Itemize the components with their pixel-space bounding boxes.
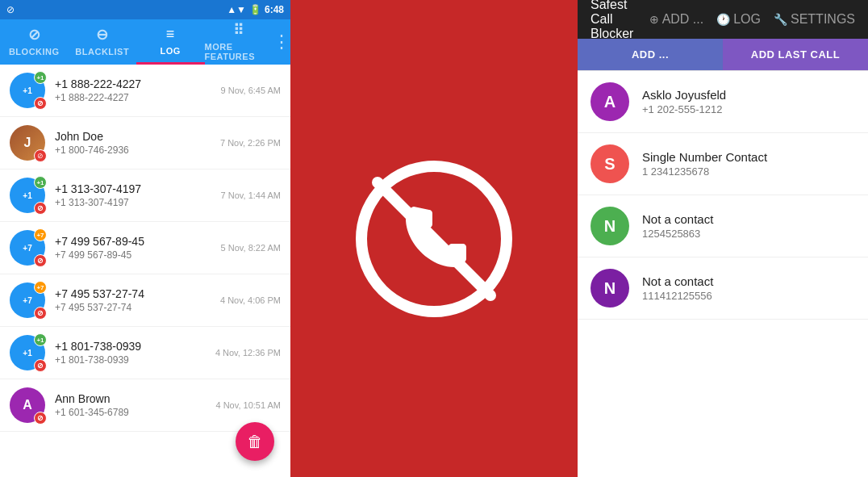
contact-name: Not a contact xyxy=(642,212,855,226)
svg-line-1 xyxy=(378,182,490,295)
time-display: 6:48 xyxy=(265,4,284,15)
contact-avatar: N xyxy=(590,269,629,308)
tab-bar: ⊘ BLOCKING ⊖ BLACKLIST ≡ LOG ⠿ MORE FEAT… xyxy=(0,19,290,65)
tab-last-call-label: ADD LAST CALL xyxy=(751,48,841,61)
add-circle-icon: ⊕ xyxy=(649,13,659,26)
contact-info: Not a contact 111412125556 xyxy=(642,274,855,302)
log-name: +1 888-222-4227 xyxy=(55,77,211,90)
avatar: +1 +1 ⊘ xyxy=(10,178,45,213)
log-name: +7 495 537-27-74 xyxy=(55,287,211,300)
blocker-title: Safest Call Blocker xyxy=(590,0,643,41)
log-list-wrap: +1 +1 ⊘ +1 888-222-4227 +1 888-222-4227 … xyxy=(0,65,290,477)
blocker-nav: ⊕ ADD ... 🕐 LOG 🔧 SETTINGS xyxy=(649,12,855,27)
contact-item[interactable]: A Asklo Joyusfeld +1 202-555-1212 xyxy=(578,71,868,133)
tab-log-label: LOG xyxy=(161,46,181,56)
log-item[interactable]: +7 +7 ⊘ +7 499 567-89-45 +7 499 567-89-4… xyxy=(0,222,290,274)
log-number: +1 888-222-4227 xyxy=(55,92,211,103)
contact-avatar: A xyxy=(590,82,629,121)
num-badge: +1 xyxy=(34,71,47,84)
tab-last-call[interactable]: ADD LAST CALL xyxy=(723,39,868,70)
block-badge: ⊘ xyxy=(34,359,47,372)
status-bar-right: ▲▼ 🔋 6:48 xyxy=(227,4,284,15)
block-badge: ⊘ xyxy=(34,412,47,425)
nav-settings[interactable]: 🔧 SETTINGS xyxy=(774,12,855,27)
contact-number: 111412125556 xyxy=(642,290,855,302)
no-call-icon xyxy=(353,158,515,320)
nav-settings-label: SETTINGS xyxy=(791,12,855,27)
log-name: +7 499 567-89-45 xyxy=(55,235,211,248)
avatar: +1 +1 ⊘ xyxy=(10,73,45,108)
log-time: 4 Nov, 12:36 PM xyxy=(215,348,281,358)
tab-add[interactable]: ADD ... xyxy=(578,39,723,70)
log-info: +1 888-222-4227 +1 888-222-4227 xyxy=(55,77,211,103)
signal-icon: ▲▼ xyxy=(227,4,246,15)
blocker-header: Safest Call Blocker ⊕ ADD ... 🕐 LOG 🔧 SE… xyxy=(578,0,868,39)
log-number: +1 313-307-4197 xyxy=(55,197,211,208)
tab-blocking[interactable]: ⊘ BLOCKING xyxy=(0,19,69,65)
log-info: +7 499 567-89-45 +7 499 567-89-45 xyxy=(55,235,211,261)
tab-more-label: MORE FEATURES xyxy=(205,42,273,61)
contact-info: Single Number Contact 1 2341235678 xyxy=(642,150,855,178)
battery-icon: 🔋 xyxy=(249,4,261,15)
call-blocker-panel: Safest Call Blocker ⊕ ADD ... 🕐 LOG 🔧 SE… xyxy=(578,0,868,477)
block-badge: ⊘ xyxy=(34,202,47,215)
tab-blacklist-label: BLACKLIST xyxy=(75,47,129,56)
contact-avatar: N xyxy=(590,207,629,245)
nav-add-label: ADD ... xyxy=(662,12,704,27)
status-bar-left: ⊘ xyxy=(6,4,15,15)
log-item[interactable]: J ⊘ John Doe +1 800-746-2936 7 Nov, 2:26… xyxy=(0,117,290,169)
log-info: +7 495 537-27-74 +7 495 537-27-74 xyxy=(55,287,211,313)
log-info: +1 801-738-0939 +1 801-738-0939 xyxy=(55,340,206,366)
block-icon: ⊘ xyxy=(6,4,15,15)
num-badge: +1 xyxy=(34,333,47,346)
log-item[interactable]: +1 +1 ⊘ +1 313-307-4197 +1 313-307-4197 … xyxy=(0,169,290,222)
num-badge: +7 xyxy=(34,281,47,294)
tab-more-features[interactable]: ⠿ MORE FEATURES xyxy=(205,19,273,65)
log-item[interactable]: +7 +7 ⊘ +7 495 537-27-74 +7 495 537-27-7… xyxy=(0,274,290,327)
contact-item[interactable]: S Single Number Contact 1 2341235678 xyxy=(578,133,868,195)
contact-number: 1 2341235678 xyxy=(642,165,855,178)
overflow-menu-icon[interactable]: ⋮ xyxy=(273,31,290,52)
log-name: +1 801-738-0939 xyxy=(55,340,206,353)
status-bar: ⊘ ▲▼ 🔋 6:48 xyxy=(0,0,290,19)
tab-blocking-label: BLOCKING xyxy=(9,47,60,56)
more-icon: ⠿ xyxy=(233,21,244,39)
contact-info: Not a contact 1254525863 xyxy=(642,212,855,240)
contact-number: +1 202-555-1212 xyxy=(642,103,855,115)
log-item[interactable]: +1 +1 ⊘ +1 888-222-4227 +1 888-222-4227 … xyxy=(0,65,290,117)
log-time: 4 Nov, 10:51 AM xyxy=(215,400,281,410)
log-number: +7 499 567-89-45 xyxy=(55,249,211,261)
contact-item[interactable]: N Not a contact 111412125556 xyxy=(578,257,868,320)
log-number: +7 495 537-27-74 xyxy=(55,302,211,313)
clock-icon: 🕐 xyxy=(716,13,730,26)
block-badge: ⊘ xyxy=(34,149,47,162)
avatar: A ⊘ xyxy=(10,387,45,423)
tab-blacklist[interactable]: ⊖ BLACKLIST xyxy=(69,19,137,65)
log-time: 7 Nov, 1:44 AM xyxy=(221,190,281,200)
log-info: Ann Brown +1 601-345-6789 xyxy=(55,392,206,418)
blocking-icon: ⊘ xyxy=(28,26,41,44)
wrench-icon: 🔧 xyxy=(774,13,787,26)
log-name: John Doe xyxy=(55,130,211,143)
log-number: +1 800-746-2936 xyxy=(55,144,211,156)
contact-number: 1254525863 xyxy=(642,228,855,240)
fab-delete[interactable]: 🗑 xyxy=(236,422,274,461)
block-badge: ⊘ xyxy=(34,97,47,110)
log-time: 9 Nov, 6:45 AM xyxy=(221,86,281,95)
tab-log[interactable]: ≡ LOG xyxy=(136,19,205,65)
log-number: +1 801-738-0939 xyxy=(55,354,206,366)
nav-add[interactable]: ⊕ ADD ... xyxy=(649,12,704,27)
log-list: +1 +1 ⊘ +1 888-222-4227 +1 888-222-4227 … xyxy=(0,65,290,477)
avatar-wrap: J ⊘ xyxy=(10,125,45,161)
log-time: 4 Nov, 4:06 PM xyxy=(220,295,281,305)
log-icon: ≡ xyxy=(166,26,175,43)
log-name: Ann Brown xyxy=(55,392,206,405)
avatar: +7 +7 ⊘ xyxy=(10,282,45,318)
contact-list: A Asklo Joyusfeld +1 202-555-1212 S Sing… xyxy=(578,71,868,477)
nav-log[interactable]: 🕐 LOG xyxy=(716,12,761,27)
log-item[interactable]: +1 +1 ⊘ +1 801-738-0939 +1 801-738-0939 … xyxy=(0,327,290,379)
contact-item[interactable]: N Not a contact 1254525863 xyxy=(578,195,868,257)
tab-add-label: ADD ... xyxy=(632,48,669,61)
log-info: John Doe +1 800-746-2936 xyxy=(55,130,211,156)
blacklist-icon: ⊖ xyxy=(96,26,109,44)
